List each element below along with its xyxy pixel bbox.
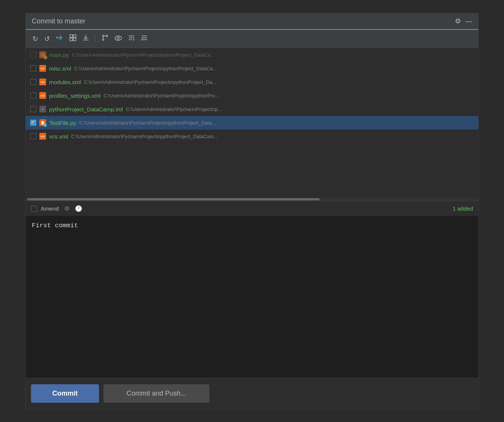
list-item[interactable]: 📄 🐍 TestFile.py C:\Users\Administrator\P…: [26, 116, 478, 129]
iml-file-icon: ▪: [39, 106, 46, 112]
scrollbar-thumb[interactable]: [27, 198, 320, 200]
undo-button[interactable]: ↺: [42, 33, 52, 45]
commit-button[interactable]: Commit: [31, 384, 99, 403]
amend-clock-icon[interactable]: 🕐: [75, 205, 82, 212]
file-checkbox[interactable]: [30, 120, 36, 126]
list-item[interactable]: </> profiles_settings.xml C:\Users\Admin…: [26, 89, 478, 102]
bottom-bar: Commit Commit and Push...: [26, 378, 478, 409]
file-path: C:\Users\Administrator\PycharmProjects\p…: [74, 66, 217, 71]
file-checkbox[interactable]: [30, 106, 36, 112]
file-path: C:\Users\Administrator\PycharmProjects\p…: [72, 52, 215, 58]
xml-file-icon: </>: [39, 79, 46, 85]
minimize-icon[interactable]: —: [465, 17, 472, 25]
toolbar-divider-1: [95, 35, 96, 43]
file-name: TestFile.py: [49, 120, 76, 126]
title-bar: Commit to master ⚙ —: [26, 13, 478, 30]
amend-label: Amend: [41, 205, 59, 212]
list1-button[interactable]: [126, 33, 137, 44]
eye-button[interactable]: [112, 33, 124, 44]
arrow-button[interactable]: [54, 33, 66, 44]
py-file-icon: 📄 🐍: [39, 119, 46, 126]
svg-rect-0: [70, 35, 73, 37]
file-path: C:\Users\Administrator\PycharmProjects\p…: [104, 93, 219, 99]
file-path: C:\Users\Administrator\PycharmProjects\p…: [79, 120, 216, 126]
panel-title: Commit to master: [32, 17, 85, 25]
file-checkbox[interactable]: [30, 52, 36, 58]
svg-point-8: [117, 37, 119, 39]
svg-rect-2: [70, 38, 73, 41]
list-item[interactable]: </> vcs.xml C:\Users\Administrator\Pycha…: [26, 129, 478, 143]
file-checkbox[interactable]: [30, 92, 36, 99]
py-file-icon: ⬡ 🐍: [39, 51, 46, 58]
diff-button[interactable]: [67, 33, 79, 45]
amend-settings-icon[interactable]: ⚙: [64, 205, 70, 212]
file-checkbox[interactable]: [30, 65, 36, 71]
commit-panel: Commit to master ⚙ — ↻ ↺: [25, 13, 479, 409]
file-path: C:\Users\Administrator\PycharmProjects\p…: [71, 134, 218, 139]
branch-button[interactable]: [99, 33, 111, 45]
svg-rect-1: [73, 35, 76, 37]
xml-file-icon: </>: [39, 65, 46, 72]
commit-and-push-button[interactable]: Commit and Push...: [104, 384, 209, 403]
file-name: modules.xml: [49, 79, 81, 85]
file-list: ⬡ 🐍 main.py C:\Users\Administrator\Pycha…: [26, 48, 478, 198]
file-name: pythonProject_DataCamp.iml: [49, 106, 123, 112]
list-item[interactable]: </> misc.xml C:\Users\Administrator\Pych…: [26, 62, 478, 75]
amend-bar: Amend ⚙ 🕐 1 added: [26, 201, 478, 216]
amend-checkbox[interactable]: [31, 206, 37, 212]
list-item[interactable]: ▪ pythonProject_DataCamp.iml C:\Users\Ad…: [26, 102, 478, 116]
xml-file-icon: </>: [39, 92, 46, 99]
settings-icon[interactable]: ⚙: [455, 17, 461, 25]
svg-rect-3: [73, 38, 76, 41]
file-checkbox[interactable]: [30, 133, 36, 139]
file-name: profiles_settings.xml: [49, 92, 100, 99]
file-path: C:\Users\Administrator\PycharmProjects\p…: [126, 106, 222, 112]
commit-message-input[interactable]: First commit: [26, 216, 478, 378]
file-path: C:\Users\Administrator\PycharmProjects\p…: [84, 79, 216, 85]
svg-point-7: [115, 36, 122, 40]
list2-button[interactable]: [139, 33, 150, 44]
list-item[interactable]: ⬡ 🐍 main.py C:\Users\Administrator\Pycha…: [26, 48, 478, 62]
added-count-badge: 1 added: [453, 205, 473, 212]
download-button[interactable]: [80, 33, 91, 45]
file-name: vcs.xml: [49, 133, 68, 140]
file-name: main.py: [49, 52, 69, 58]
file-checkbox[interactable]: [30, 79, 36, 85]
list-item[interactable]: </> modules.xml C:\Users\Administrator\P…: [26, 75, 478, 89]
xml-file-icon: </>: [39, 133, 46, 140]
toolbar: ↻ ↺: [26, 30, 478, 48]
file-name: misc.xml: [49, 65, 71, 72]
title-actions: ⚙ —: [455, 17, 472, 25]
horizontal-scrollbar[interactable]: [26, 198, 478, 201]
refresh-button[interactable]: ↻: [30, 33, 40, 45]
